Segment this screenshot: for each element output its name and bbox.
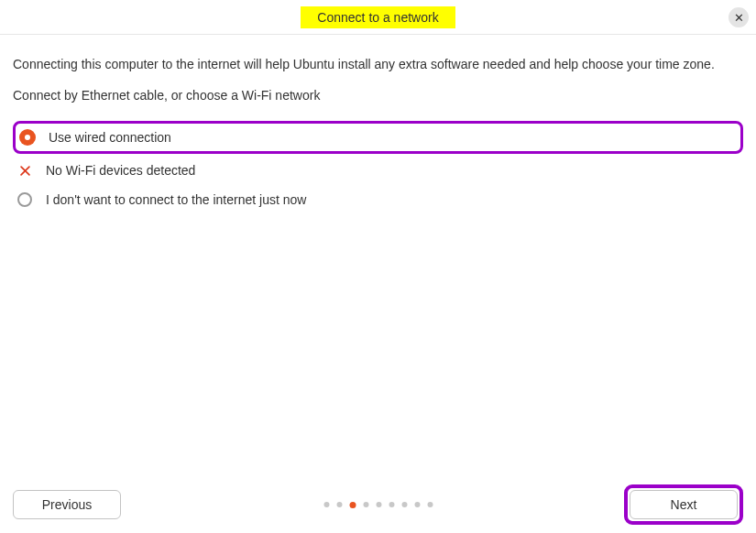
- option-no-connect[interactable]: I don't want to connect to the internet …: [13, 185, 743, 214]
- progress-dots: [323, 502, 433, 508]
- main-content: Connecting this computer to the internet…: [0, 35, 756, 214]
- close-button[interactable]: ✕: [729, 7, 749, 27]
- x-icon: [16, 162, 33, 179]
- previous-button[interactable]: Previous: [13, 490, 121, 519]
- intro-text: Connecting this computer to the internet…: [13, 57, 743, 71]
- network-options: Use wired connection No Wi-Fi devices de…: [13, 121, 743, 214]
- close-icon: ✕: [734, 12, 744, 24]
- option-wired-connection[interactable]: Use wired connection: [16, 124, 180, 151]
- progress-dot: [414, 502, 420, 507]
- next-button[interactable]: Next: [630, 490, 738, 519]
- footer-nav: Previous Next: [0, 487, 756, 533]
- progress-dot-active: [349, 502, 356, 508]
- radio-unselected-icon: [16, 191, 33, 208]
- progress-dot: [401, 502, 407, 507]
- highlighted-next: Next: [624, 484, 743, 525]
- option-no-connect-label: I don't want to connect to the internet …: [46, 192, 306, 207]
- progress-dot: [323, 502, 329, 507]
- progress-dot: [427, 502, 433, 507]
- option-wired-label: Use wired connection: [49, 130, 171, 145]
- progress-dot: [363, 502, 368, 507]
- page-title: Connect to a network: [301, 6, 455, 28]
- progress-dot: [389, 502, 394, 507]
- radio-selected-icon: [19, 129, 36, 146]
- option-no-wifi-label: No Wi-Fi devices detected: [46, 163, 195, 178]
- progress-dot: [376, 502, 381, 507]
- highlighted-option-wired: Use wired connection: [13, 121, 743, 154]
- progress-dot: [336, 502, 342, 507]
- header-bar: Connect to a network ✕: [0, 0, 756, 35]
- subintro-text: Connect by Ethernet cable, or choose a W…: [13, 88, 743, 103]
- option-no-wifi: No Wi-Fi devices detected: [13, 156, 743, 185]
